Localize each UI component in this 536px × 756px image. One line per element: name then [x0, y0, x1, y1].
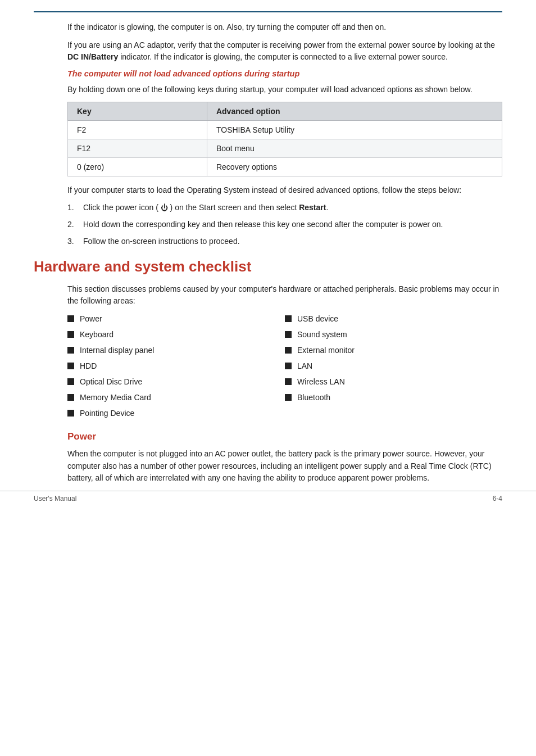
- list-item: Internal display panel: [67, 345, 285, 356]
- table-header-key: Key: [68, 102, 207, 120]
- power-section-title: Power: [34, 431, 502, 442]
- list-item: LAN: [285, 360, 502, 372]
- bullet-col-left: PowerKeyboardInternal display panelHDDOp…: [67, 313, 285, 423]
- bullet-icon: [67, 315, 74, 322]
- list-item: Sound system: [285, 329, 502, 341]
- hw-intro: This section discusses problems caused b…: [67, 283, 502, 307]
- list-item: Power: [67, 313, 285, 325]
- bullet-icon: [285, 363, 292, 369]
- bullet-icon: [285, 315, 292, 322]
- power-section-text: When the computer is not plugged into an…: [67, 448, 502, 485]
- list-item: Wireless LAN: [285, 376, 502, 388]
- footer-right: 6-4: [493, 495, 502, 503]
- table-header-advanced-option: Advanced option: [207, 102, 502, 120]
- list-item-num: 2.: [67, 219, 83, 231]
- footer-left: User's Manual: [34, 495, 76, 503]
- list-item-num: 1.: [67, 202, 83, 214]
- list-item: 2.Hold down the corresponding key and th…: [67, 219, 502, 231]
- paragraph-1: If the indicator is glowing, the compute…: [67, 21, 502, 34]
- power-icon: ⏻: [161, 203, 168, 212]
- table-row: F2TOSHIBA Setup Utility: [68, 120, 502, 139]
- list-item: Bluetooth: [285, 392, 502, 404]
- list-item: Pointing Device: [67, 408, 285, 419]
- bullet-col-right: USB deviceSound systemExternal monitorLA…: [285, 313, 502, 423]
- section-italic-heading: The computer will not load advanced opti…: [67, 69, 502, 78]
- footer: User's Manual 6-4: [0, 491, 536, 503]
- bullet-icon: [285, 331, 292, 338]
- paragraph-4: If your computer starts to load the Oper…: [67, 184, 502, 197]
- bullet-icon: [67, 378, 74, 385]
- table-cell-r1-c1: Boot menu: [207, 139, 502, 157]
- list-item-num: 3.: [67, 236, 83, 248]
- list-item: 3.Follow the on-screen instructions to p…: [67, 236, 502, 248]
- table-cell-r2-c0: 0 (zero): [68, 157, 207, 176]
- numbered-list: 1.Click the power icon ( ⏻ ) on the Star…: [67, 202, 502, 247]
- table-cell-r1-c0: F12: [68, 139, 207, 157]
- list-item-text: Hold down the corresponding key and then…: [83, 219, 502, 231]
- bullet-icon: [67, 410, 74, 417]
- bullet-icon: [67, 363, 74, 369]
- top-border: [34, 11, 502, 12]
- list-item: Keyboard: [67, 329, 285, 341]
- bullet-icon: [285, 378, 292, 385]
- paragraph-3: By holding down one of the following key…: [67, 84, 502, 96]
- bullet-icon: [285, 347, 292, 354]
- paragraph-2: If you are using an AC adaptor, verify t…: [67, 39, 502, 64]
- p2-before: If you are using an AC adaptor, verify t…: [67, 40, 495, 49]
- bullet-text: USB device: [297, 313, 338, 325]
- key-table: Key Advanced option F2TOSHIBA Setup Util…: [67, 102, 502, 176]
- table-cell-r0-c0: F2: [68, 120, 207, 139]
- bullet-text: Optical Disc Drive: [80, 376, 142, 388]
- list-item: Optical Disc Drive: [67, 376, 285, 388]
- list-item-text: Follow the on-screen instructions to pro…: [83, 236, 502, 248]
- list-item: 1.Click the power icon ( ⏻ ) on the Star…: [67, 202, 502, 214]
- bullet-text: Internal display panel: [80, 345, 154, 356]
- bullet-text: Bluetooth: [297, 392, 330, 404]
- list-item-text: Click the power icon ( ⏻ ) on the Start …: [83, 202, 502, 214]
- bullet-text: External monitor: [297, 345, 355, 356]
- bullet-icon: [67, 347, 74, 354]
- page: If the indicator is glowing, the compute…: [0, 0, 536, 513]
- bullet-icon: [67, 394, 74, 401]
- restart-bold: Restart: [299, 203, 326, 212]
- bullet-text: Keyboard: [80, 329, 113, 341]
- bullet-columns: PowerKeyboardInternal display panelHDDOp…: [67, 313, 502, 423]
- table-row: F12Boot menu: [68, 139, 502, 157]
- table-cell-r0-c1: TOSHIBA Setup Utility: [207, 120, 502, 139]
- bullet-text: Sound system: [297, 329, 347, 341]
- list-item: HDD: [67, 360, 285, 372]
- list-item: USB device: [285, 313, 502, 325]
- bullet-text: Power: [80, 313, 102, 325]
- bullet-icon: [285, 394, 292, 401]
- table-cell-r2-c1: Recovery options: [207, 157, 502, 176]
- bullet-icon: [67, 331, 74, 338]
- bullet-text: Pointing Device: [80, 408, 134, 419]
- table-row: 0 (zero)Recovery options: [68, 157, 502, 176]
- hw-section-title: Hardware and system checklist: [34, 258, 502, 275]
- p2-bold: DC IN/Battery: [67, 52, 118, 61]
- bullet-text: Wireless LAN: [297, 376, 345, 388]
- p2-after: indicator. If the indicator is glowing, …: [118, 52, 448, 61]
- bullet-text: Memory Media Card: [80, 392, 151, 404]
- list-item: External monitor: [285, 345, 502, 356]
- list-item: Memory Media Card: [67, 392, 285, 404]
- bullet-text: HDD: [80, 360, 97, 372]
- bullet-text: LAN: [297, 360, 312, 372]
